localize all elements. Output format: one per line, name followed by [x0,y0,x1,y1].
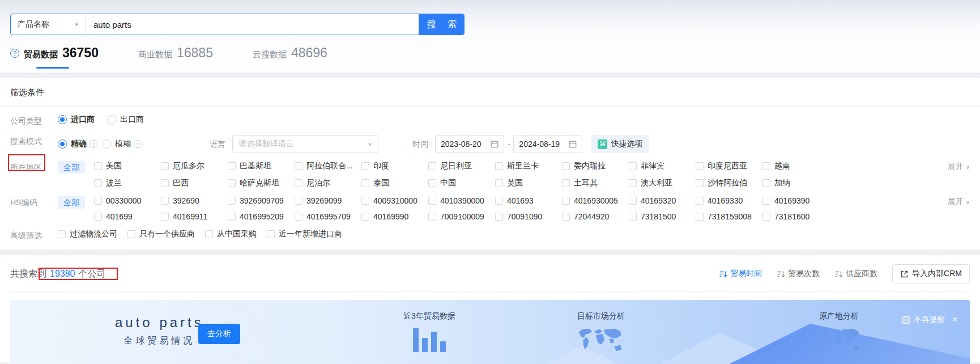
region-checkbox[interactable]: 泰国 [361,178,428,188]
region-checkbox[interactable]: 越南 [762,161,829,171]
region-checkbox[interactable]: 中国 [428,178,495,188]
quick-options-button[interactable]: ⌘ 快捷选项 [591,135,649,153]
radio-importer[interactable]: 进口商 [58,115,95,125]
checkbox-icon [428,162,436,170]
hs-checkbox[interactable]: 3926909709 [228,196,295,205]
checkbox-icon [295,162,302,170]
promo-banner: auto parts 全球贸易情况 去分析 近3年贸易数据 目标市场分析 原产 [10,300,970,364]
radio-checked-icon [58,139,67,149]
hs-checkbox[interactable]: 40169330 [696,196,762,205]
hs-checkbox[interactable]: 39269099 [295,196,361,205]
tab-cloud-search-data[interactable]: 云搜数据 48696 [253,45,327,61]
hs-checkbox[interactable]: 00330000 [94,196,161,205]
hs-all-chip[interactable]: 全部 [58,196,85,209]
radio-exporter[interactable]: 出口商 [107,115,144,125]
hs-checkbox[interactable]: 40169390 [762,196,829,205]
checkbox-icon [495,179,503,187]
radio-fuzzy[interactable]: 模糊 i [102,139,142,149]
end-date-input[interactable]: 2024-08-19 [513,135,582,153]
sort-trade-count[interactable]: 贸易次数 [777,269,820,279]
region-checkbox[interactable]: 英国 [495,178,562,188]
radio-exact[interactable]: 精确 i [58,139,97,149]
chevron-down-icon: ▾ [75,22,78,27]
divider [10,291,970,292]
info-icon[interactable]: i [90,140,97,148]
start-date-input[interactable]: 2023-08-20 [435,135,504,153]
region-checkbox[interactable]: 澳大利亚 [629,178,696,188]
search-input[interactable] [86,14,419,35]
hs-checkbox[interactable]: 40169320 [629,196,696,205]
checkbox-icon [629,162,637,170]
region-checkbox[interactable]: 哈萨克斯坦 [228,178,295,188]
region-checkbox[interactable]: 委内瑞拉 [562,161,629,171]
region-checkbox[interactable]: 尼泊尔 [295,178,361,188]
banner-card-origin: 原产地分析 [796,311,881,359]
checkbox-icon [228,197,236,205]
region-checkbox[interactable]: 阿拉伯联合... [295,161,361,171]
radio-icon [107,115,116,124]
hs-checkbox[interactable]: 70091090 [495,212,562,221]
region-checkbox[interactable]: 沙特阿拉伯 [696,178,762,188]
tab-trade-data[interactable]: ? 贸易数据 36750 [10,45,99,61]
hs-checkbox[interactable]: 4016995709 [295,212,361,221]
advanced-checkbox-from-china[interactable]: 从中国采购 [205,229,257,239]
region-checkbox[interactable]: 斯里兰卡 [495,161,562,171]
help-icon[interactable]: ? [10,49,19,58]
hs-checkbox[interactable]: 4016995209 [228,212,295,221]
region-checkbox[interactable]: 尼日利亚 [428,161,495,171]
search-button[interactable]: 搜 索 [419,14,464,35]
info-icon[interactable]: i [134,140,142,148]
filter-row-hs-code: HS编码 全部 00330000 392690 3926909709 39269… [0,196,980,221]
sort-trade-time[interactable]: 贸易时间 [719,269,762,279]
region-checkbox[interactable]: 菲律宾 [629,161,696,171]
chevron-down-icon: ∨ [368,141,372,147]
region-checkbox[interactable]: 巴基斯坦 [228,161,295,171]
hs-checkbox[interactable]: 7318159008 [696,212,762,221]
hs-checkbox[interactable]: 40169990 [361,212,428,221]
search-category-select[interactable]: 产品名称 ▾ [11,14,86,35]
close-icon[interactable]: × [952,315,957,324]
hs-checkbox[interactable]: 4010390000 [428,196,495,205]
hs-checkbox[interactable]: 7009100009 [428,212,495,221]
region-checkbox[interactable]: 印度尼西亚 [696,161,762,171]
hs-checkbox[interactable]: 392690 [161,196,228,205]
checkbox-icon [762,179,770,187]
search-mode-label: 搜索模式 [10,135,58,147]
hs-checkbox[interactable]: 4016930005 [562,196,629,205]
checkbox-icon [94,197,102,205]
region-expand-link[interactable]: 展开∨ [948,162,970,172]
sort-supplier-count[interactable]: 供应商数 [834,269,877,279]
region-checkbox[interactable]: 巴西 [161,178,228,188]
region-checkbox[interactable]: 美国 [94,161,161,171]
analyze-button[interactable]: 去分析 [198,324,240,344]
advanced-checkbox-logistics[interactable]: 过滤物流公司 [58,229,117,239]
hs-checkbox[interactable]: 72044920 [562,212,629,221]
hs-checkbox[interactable]: 4009310000 [361,196,428,205]
region-checkbox[interactable]: 印度 [361,161,428,171]
hs-checkbox[interactable]: 73181600 [762,212,829,221]
dismiss-checkbox[interactable] [902,316,910,324]
region-checkbox[interactable]: 波兰 [94,178,161,188]
language-select[interactable]: 请选择翻译语言 ∨ [232,135,378,153]
hs-checkbox[interactable]: 401693 [495,196,562,205]
hs-checkbox[interactable]: 40169911 [161,212,228,221]
region-checkbox[interactable]: 加纳 [762,178,829,188]
hs-checkbox[interactable]: 401699 [94,212,161,221]
calendar-icon [569,140,577,148]
import-crm-button[interactable]: 导入内部CRM [892,264,970,283]
checkbox-icon [428,197,436,205]
hs-expand-link[interactable]: 展开∨ [948,197,970,207]
tab-business-data[interactable]: 商业数据 16885 [138,45,213,61]
chevron-down-icon: ∨ [966,164,970,170]
checkbox-icon [629,197,637,205]
tab-count: 16885 [177,45,213,61]
advanced-checkbox-new-importer[interactable]: 近一年新增进口商 [267,229,342,239]
region-checkbox[interactable]: 土耳其 [562,178,629,188]
region-checkbox[interactable]: 厄瓜多尔 [161,161,228,171]
hs-checkbox[interactable]: 73181500 [629,212,696,221]
region-all-chip[interactable]: 全部 [58,161,85,173]
advanced-checkbox-single-supplier[interactable]: 只有一个供应商 [127,229,195,239]
checkbox-icon [228,213,236,221]
filter-row-company-type: 公司类型 进口商 出口商 [0,115,980,127]
language-placeholder: 请选择翻译语言 [238,139,294,149]
